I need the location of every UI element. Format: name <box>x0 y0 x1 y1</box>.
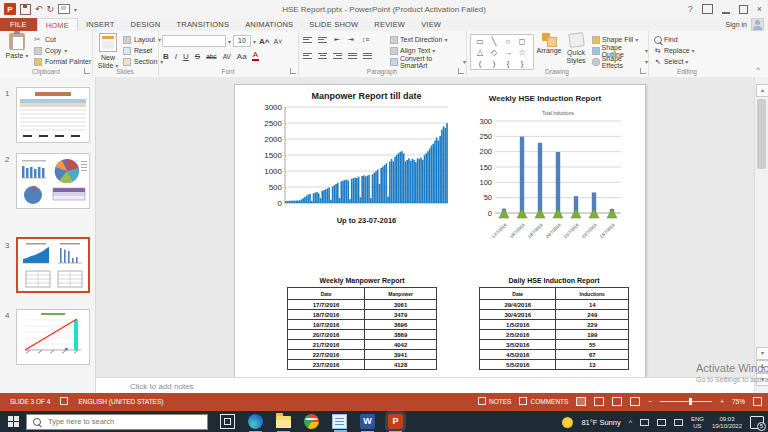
justify-icon[interactable] <box>348 51 357 60</box>
tab-view[interactable]: VIEW <box>413 18 449 31</box>
edge-icon[interactable] <box>248 414 263 429</box>
language-indicator[interactable]: ENGLISH (UNITED STATES) <box>78 398 163 405</box>
font-color-button[interactable]: A <box>252 51 259 61</box>
align-center-icon[interactable] <box>318 51 327 60</box>
battery-icon[interactable] <box>657 419 666 426</box>
task-view-icon[interactable] <box>220 414 235 429</box>
bullets-icon[interactable] <box>303 35 312 44</box>
cut-button[interactable]: ✂Cut <box>34 34 91 45</box>
customize-qat-icon[interactable]: ▾ <box>74 6 77 13</box>
notes-toggle[interactable]: NOTES <box>478 397 511 405</box>
search-input[interactable] <box>46 416 190 427</box>
select-button[interactable]: ↖Select▾ <box>654 56 695 67</box>
font-dialog-launcher-icon[interactable] <box>290 68 296 74</box>
decrease-indent-icon[interactable]: ⇤ <box>333 36 341 44</box>
word-icon[interactable]: W <box>360 414 375 429</box>
minimize-icon[interactable] <box>722 4 730 14</box>
slide-thumbnail-2[interactable] <box>16 153 90 209</box>
zoom-level[interactable]: 75% <box>732 398 745 405</box>
hidden-icons-chevron[interactable]: ^ <box>629 419 632 426</box>
slide-thumbnail-1[interactable] <box>16 87 90 143</box>
tab-animations[interactable]: ANIMATIONS <box>237 18 301 31</box>
tab-home[interactable]: HOME <box>37 18 78 31</box>
shape-icon[interactable]: ○ <box>501 36 515 47</box>
shape-icon[interactable]: △ <box>473 47 487 58</box>
slide-thumbnail-4[interactable] <box>16 309 90 365</box>
fit-slide-icon[interactable] <box>753 397 762 406</box>
save-icon[interactable] <box>20 4 31 15</box>
new-slide-button[interactable]: New Slide ▾ <box>93 33 123 70</box>
vertical-scrollbar[interactable]: ▴ ▾ ▴ ▾ <box>754 77 768 393</box>
grow-font-button[interactable]: A˄ <box>258 37 270 46</box>
columns-icon[interactable] <box>363 51 372 60</box>
shape-icon[interactable]: ◇ <box>487 47 501 58</box>
shrink-font-button[interactable]: A˅ <box>272 38 283 45</box>
line-spacing-icon[interactable]: ↕≡ <box>361 36 371 43</box>
accessibility-icon[interactable] <box>60 397 68 405</box>
scroll-up-icon[interactable]: ▴ <box>756 84 768 97</box>
ribbon-display-options-icon[interactable] <box>702 4 713 14</box>
onedrive-icon[interactable] <box>640 419 649 426</box>
underline-button[interactable]: U <box>182 52 190 61</box>
weather-icon[interactable] <box>562 417 573 428</box>
scroll-down-icon[interactable]: ▾ <box>756 347 768 360</box>
arrange-button[interactable]: Arrange <box>536 33 562 55</box>
zoom-in-icon[interactable]: + <box>720 398 724 405</box>
notification-center-icon[interactable]: 5 <box>750 416 764 429</box>
redo-icon[interactable]: ↻ <box>47 4 55 14</box>
convert-smartart-button[interactable]: Convert to SmartArt▾ <box>390 56 466 67</box>
shape-icon[interactable]: ╲ <box>487 36 501 47</box>
volume-icon[interactable] <box>674 419 683 426</box>
shapes-gallery[interactable]: ▭ ╲ ○ ◻ △ ◇ → ☆ ( ) { } <box>470 34 534 70</box>
quick-styles-button[interactable]: Quick Styles <box>563 33 589 65</box>
shadow-button[interactable]: abc <box>205 53 217 60</box>
start-slideshow-icon[interactable] <box>58 4 70 14</box>
numbering-icon[interactable] <box>318 35 327 44</box>
notepad-icon[interactable] <box>332 414 347 429</box>
language-tray-indicator[interactable]: ENGUS <box>691 416 704 430</box>
shape-icon[interactable]: → <box>501 47 515 58</box>
strikethrough-button[interactable]: S <box>194 52 201 61</box>
slide-sorter-view-icon[interactable] <box>594 397 604 406</box>
change-case-button[interactable]: Aa <box>236 52 248 61</box>
increase-indent-icon[interactable]: ⇥ <box>347 36 355 44</box>
weekly-manpower-table[interactable]: Weekly Manpower Report DateManpower17/7/… <box>287 277 437 370</box>
close-icon[interactable]: × <box>757 0 762 18</box>
powerpoint-taskbar-icon[interactable]: P <box>388 414 403 429</box>
start-button[interactable] <box>0 411 26 432</box>
help-icon[interactable]: ? <box>688 0 693 18</box>
weather-text[interactable]: 81°F Sunny <box>581 418 620 427</box>
sign-in-area[interactable]: Sign in <box>726 18 764 31</box>
file-explorer-icon[interactable] <box>276 414 291 429</box>
replace-button[interactable]: ⇆Replace▾ <box>654 45 695 56</box>
font-name-input[interactable] <box>162 35 226 47</box>
drawing-dialog-launcher-icon[interactable] <box>640 68 646 74</box>
italic-button[interactable]: I <box>174 52 178 61</box>
find-button[interactable]: Find <box>654 34 695 45</box>
align-left-icon[interactable] <box>303 51 312 60</box>
tab-file[interactable]: FILE <box>0 18 37 31</box>
slide-thumbnail-3[interactable] <box>16 237 90 293</box>
daily-induction-table[interactable]: Daily HSE Induction Report DateInduction… <box>479 277 629 370</box>
slide-editing-area[interactable]: Manpower Report till date050010001500200… <box>234 84 646 381</box>
taskbar-search[interactable] <box>26 414 208 430</box>
tab-design[interactable]: DESIGN <box>123 18 169 31</box>
restore-icon[interactable] <box>739 5 748 14</box>
chrome-icon[interactable] <box>304 414 319 429</box>
clipboard-dialog-launcher-icon[interactable] <box>84 68 90 74</box>
notes-pane[interactable]: Click to add notes <box>96 377 768 394</box>
shape-icon[interactable]: ☆ <box>515 47 529 58</box>
comments-toggle[interactable]: COMMENTS <box>519 397 568 405</box>
shape-icon[interactable]: ◻ <box>515 36 529 47</box>
normal-view-icon[interactable] <box>576 397 586 406</box>
zoom-out-icon[interactable]: − <box>648 398 652 405</box>
notes-placeholder[interactable]: Click to add notes <box>130 382 194 391</box>
reading-view-icon[interactable] <box>612 397 622 406</box>
undo-icon[interactable]: ↶ <box>35 4 43 14</box>
shape-icon[interactable]: ▭ <box>473 36 487 47</box>
manpower-chart[interactable]: Manpower Report till date050010001500200… <box>247 89 452 237</box>
user-avatar[interactable] <box>751 18 764 31</box>
char-spacing-button[interactable]: AV <box>222 53 232 60</box>
induction-chart[interactable]: Weekly HSE Induction ReportTotal Inducti… <box>469 91 627 243</box>
tab-insert[interactable]: INSERT <box>78 18 123 31</box>
